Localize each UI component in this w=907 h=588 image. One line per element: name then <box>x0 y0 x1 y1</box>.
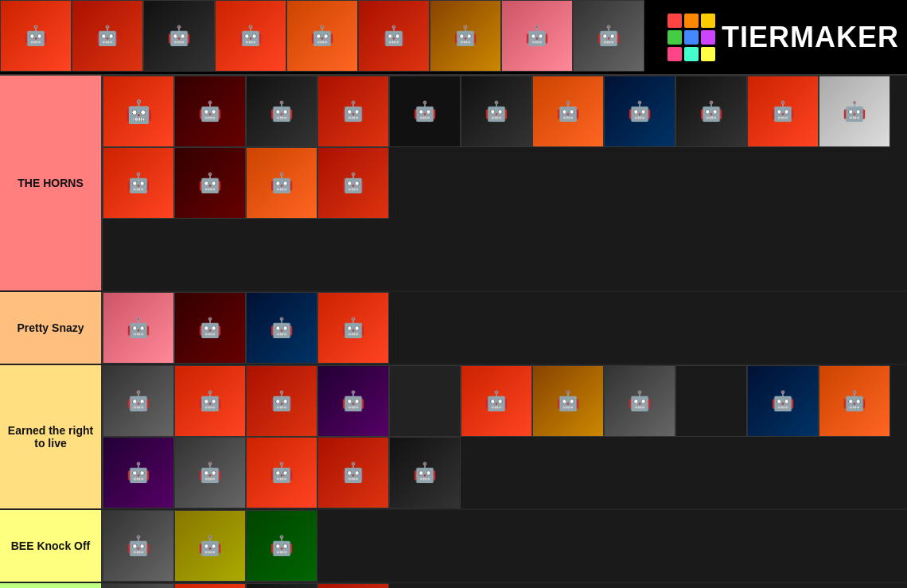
tiermaker-logo-text: TIERMAKER <box>722 21 899 54</box>
tier-item: 🤖 <box>103 76 174 147</box>
tier-label-the-horns: THE HORNS <box>0 76 101 290</box>
tier-label-earned-right: Earned the right to live <box>0 365 101 508</box>
tier-item: 🤖 <box>317 76 389 147</box>
tier-item: 🤖 <box>532 365 604 437</box>
tier-item: 🤖 <box>246 583 317 588</box>
tier-item: 🤖 <box>389 76 461 147</box>
tier-items-pretty-snazy: 🤖 🤖 🤖 🤖 <box>101 292 907 364</box>
tier-item: 🤖 <box>246 437 317 508</box>
tier-item: 🤖 <box>174 365 246 437</box>
tier-row-jump-off: Jump off a Cliff 🤖 🤖 🤖 🤖 <box>0 583 907 588</box>
tier-item: 🤖 <box>317 583 389 588</box>
tier-label-bee-knock: BEE Knock Off <box>0 510 101 582</box>
tier-item: 🤖 <box>461 76 532 147</box>
tier-items-the-horns: 🤖 🤖 🤖 🤖 🤖 🤖 🤖 🤖 🤖 🤖 🤖 🤖 🤖 🤖 🤖 <box>101 76 907 290</box>
tier-item: 🤖 <box>358 0 430 72</box>
tier-item: 🤖 <box>246 510 317 582</box>
tier-row-the-horns: THE HORNS 🤖 🤖 🤖 🤖 🤖 🤖 🤖 🤖 🤖 🤖 🤖 🤖 🤖 🤖 🤖 <box>0 76 907 292</box>
tier-item-gap <box>675 365 747 437</box>
tier-item: 🤖 <box>103 365 174 437</box>
tier-item: 🤖 <box>604 365 675 437</box>
tier-item: 🤖 <box>174 583 246 588</box>
tier-item: 🤖 <box>246 147 317 219</box>
logo-grid <box>668 14 715 61</box>
tier-item: 🤖 <box>317 292 389 364</box>
tier-item: 🤖 <box>246 365 317 437</box>
tier-item: 🤖 <box>573 0 644 72</box>
logo-cell <box>668 14 682 28</box>
tier-item: 🤖 <box>747 76 819 147</box>
tier-item: 🤖 <box>604 76 675 147</box>
tier-item: 🤖 <box>103 510 174 582</box>
header: 🤖 🤖 🤖 🤖 🤖 🤖 🤖 🤖 🤖 TIERMAKER <box>0 0 907 76</box>
tier-items-bee-knock: 🤖 🤖 🤖 <box>101 510 907 582</box>
tier-item: 🤖 <box>103 292 174 364</box>
tier-item: 🤖 <box>143 0 215 72</box>
logo-cell <box>668 30 682 45</box>
logo-cell <box>701 14 715 28</box>
logo-cell <box>684 14 699 28</box>
tier-row-bee-knock: BEE Knock Off 🤖 🤖 🤖 <box>0 510 907 583</box>
tier-row-earned-right: Earned the right to live 🤖 🤖 🤖 🤖 🤖 🤖 🤖 🤖… <box>0 365 907 510</box>
tier-item: 🤖 <box>103 583 174 588</box>
tiermaker-logo: TIERMAKER <box>668 14 899 61</box>
tier-item: 🤖 <box>215 0 286 72</box>
logo-cell <box>701 47 715 61</box>
tier-item-gap <box>389 365 461 437</box>
tier-item: 🤖 <box>747 365 819 437</box>
tier-item: 🤖 <box>286 0 358 72</box>
tier-item: 🤖 <box>103 437 174 508</box>
tier-item: 🤖 <box>430 0 501 72</box>
tier-item: 🤖 <box>317 147 389 219</box>
tier-row-pretty-snazy: Pretty Snazy 🤖 🤖 🤖 🤖 <box>0 292 907 365</box>
tier-item: 🤖 <box>0 0 72 72</box>
tier-item: 🤖 <box>819 365 890 437</box>
tier-item: 🤖 <box>317 437 389 508</box>
tier-item: 🤖 <box>174 76 246 147</box>
logo-cell <box>684 30 699 45</box>
logo-cell <box>668 47 682 61</box>
tier-item: 🤖 <box>461 365 532 437</box>
tier-items-earned-right: 🤖 🤖 🤖 🤖 🤖 🤖 🤖 🤖 🤖 🤖 🤖 🤖 🤖 🤖 <box>101 365 907 508</box>
tier-item: 🤖 <box>317 365 389 437</box>
tier-item: 🤖 <box>675 76 747 147</box>
tier-item: 🤖 <box>246 292 317 364</box>
tier-item: 🤖 <box>532 76 604 147</box>
logo-cell <box>701 30 715 45</box>
tier-item: 🤖 <box>819 76 890 147</box>
tier-label-jump-off: Jump off a Cliff <box>0 583 101 588</box>
tier-item: 🤖 <box>389 437 461 508</box>
tier-item: 🤖 <box>174 510 246 582</box>
tier-item: 🤖 <box>103 147 174 219</box>
tier-item: 🤖 <box>246 76 317 147</box>
tier-label-pretty-snazy: Pretty Snazy <box>0 292 101 364</box>
tier-list: 🤖 🤖 🤖 🤖 🤖 🤖 🤖 🤖 🤖 TIERMAKER <box>0 0 907 588</box>
tier-item: 🤖 <box>174 437 246 508</box>
tier-item: 🤖 <box>174 292 246 364</box>
tier-item: 🤖 <box>501 0 573 72</box>
tier-item: 🤖 <box>174 147 246 219</box>
logo-cell <box>684 47 699 61</box>
tier-item: 🤖 <box>72 0 143 72</box>
tier-items-jump-off: 🤖 🤖 🤖 🤖 <box>101 583 907 588</box>
